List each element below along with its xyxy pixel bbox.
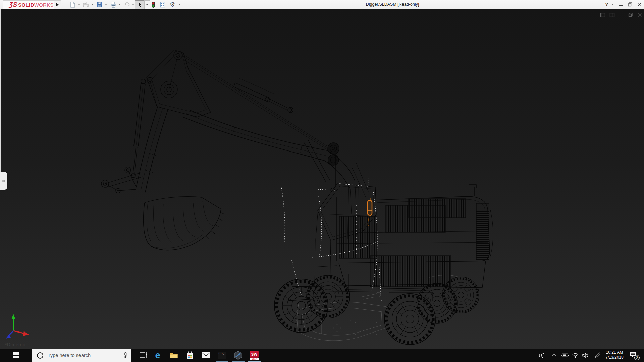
action-center-button[interactable]: 2 bbox=[628, 349, 641, 362]
help-dropdown[interactable] bbox=[611, 4, 614, 5]
pane-left-icon bbox=[600, 12, 605, 18]
edge-icon: e bbox=[155, 351, 160, 360]
new-document-dropdown[interactable] bbox=[78, 4, 80, 5]
search-input[interactable] bbox=[47, 352, 115, 358]
flyout-arrow-icon bbox=[56, 3, 59, 6]
brand-solid: SOLID bbox=[18, 2, 34, 8]
child-restore-icon bbox=[628, 13, 633, 17]
undo-arrow-icon bbox=[123, 1, 130, 8]
mail-icon bbox=[201, 352, 211, 359]
notification-badge: 2 bbox=[634, 355, 640, 360]
x-axis-arrow bbox=[23, 331, 29, 336]
cortana-icon bbox=[37, 352, 43, 359]
solidworks-window: ƷS SOLID WORKS bbox=[0, 0, 644, 362]
open-document-dropdown[interactable] bbox=[91, 4, 94, 5]
printer-icon bbox=[110, 1, 117, 8]
open-document-button[interactable] bbox=[82, 1, 90, 8]
file-properties-icon bbox=[159, 1, 166, 8]
3d-viewer-button[interactable] bbox=[231, 349, 246, 362]
solidworks-logo: ƷS SOLID WORKS bbox=[3, 0, 61, 9]
graphics-area[interactable]: *Dimetric bbox=[0, 9, 644, 349]
featuremanager-flyout-tab[interactable] bbox=[0, 172, 7, 190]
close-button[interactable] bbox=[635, 0, 644, 9]
tray-time: 10:21 AM bbox=[603, 350, 626, 355]
traffic-light-icon bbox=[150, 1, 157, 8]
select-tool-button[interactable] bbox=[135, 0, 145, 9]
select-cursor-icon bbox=[136, 1, 143, 8]
chevron-up-icon bbox=[551, 353, 556, 358]
window-title: Digger.SLDASM [Read-only] bbox=[349, 0, 436, 9]
solidworks-3s-glyph: ƷS bbox=[9, 1, 18, 8]
wifi-button[interactable] bbox=[570, 349, 580, 362]
task-view-button[interactable] bbox=[136, 349, 151, 362]
people-button[interactable] bbox=[536, 349, 546, 362]
windows-ink-button[interactable] bbox=[592, 349, 602, 362]
featuremanager-collapsed-strip bbox=[0, 9, 1, 190]
microphone-icon[interactable] bbox=[123, 352, 128, 360]
start-button[interactable] bbox=[0, 349, 32, 362]
minimize-icon bbox=[619, 3, 623, 7]
battery-charging-icon bbox=[561, 353, 569, 358]
save-dropdown[interactable] bbox=[105, 4, 107, 5]
volume-button[interactable] bbox=[581, 349, 591, 362]
gear-icon: ⚙ bbox=[169, 1, 175, 8]
view-orientation-label: *Dimetric bbox=[5, 342, 25, 347]
undo-button[interactable] bbox=[123, 1, 130, 8]
file-properties-button[interactable] bbox=[159, 1, 166, 8]
child-minimize-icon bbox=[619, 13, 624, 17]
new-document-icon bbox=[69, 1, 76, 8]
new-document-button[interactable] bbox=[69, 1, 76, 8]
minimize-button[interactable] bbox=[616, 0, 625, 9]
restore-icon bbox=[628, 2, 632, 7]
open-folder-icon bbox=[83, 1, 89, 8]
restore-button[interactable] bbox=[626, 0, 634, 9]
solidworks-app-icon: SW 2017 bbox=[250, 351, 259, 360]
taskbar-search[interactable] bbox=[32, 349, 131, 362]
tray-date: 7/13/2018 bbox=[603, 355, 626, 360]
options-button[interactable]: ⚙ bbox=[169, 1, 176, 8]
hidden-icons-button[interactable] bbox=[549, 349, 559, 362]
menu-flyout-button[interactable] bbox=[54, 1, 61, 9]
help-button[interactable]: ? bbox=[603, 0, 610, 9]
battery-button[interactable] bbox=[560, 349, 570, 362]
child-close-button[interactable] bbox=[637, 12, 643, 18]
pane-left-button[interactable] bbox=[600, 12, 606, 18]
store-icon bbox=[185, 351, 194, 360]
windows-logo-icon bbox=[13, 352, 19, 358]
mail-button[interactable] bbox=[199, 349, 213, 362]
undo-dropdown[interactable] bbox=[132, 4, 135, 5]
file-explorer-icon bbox=[169, 351, 178, 359]
save-button[interactable] bbox=[96, 1, 103, 8]
child-close-icon bbox=[637, 13, 642, 17]
brand-works: WORKS bbox=[34, 2, 54, 8]
select-tool-dropdown[interactable] bbox=[144, 0, 150, 9]
store-button[interactable] bbox=[182, 349, 197, 362]
pen-icon bbox=[594, 352, 601, 359]
wifi-icon bbox=[572, 353, 579, 358]
3d-viewer-hexagon-icon bbox=[233, 351, 243, 360]
task-view-icon bbox=[139, 351, 148, 360]
print-button[interactable] bbox=[110, 1, 117, 8]
print-dropdown[interactable] bbox=[118, 4, 121, 5]
command-prompt-button[interactable]: C:\_ bbox=[215, 349, 229, 362]
options-dropdown[interactable] bbox=[178, 4, 181, 5]
tray-clock[interactable]: 10:21 AM 7/13/2018 bbox=[603, 350, 626, 360]
child-restore-button[interactable] bbox=[628, 12, 634, 18]
file-explorer-button[interactable] bbox=[166, 349, 181, 362]
close-icon bbox=[637, 3, 641, 7]
save-floppy-icon bbox=[96, 1, 103, 8]
flyout-tab-dot-icon bbox=[2, 180, 5, 182]
command-prompt-icon: C:\_ bbox=[218, 352, 226, 359]
solidworks-taskbar-button[interactable]: SW 2017 bbox=[247, 349, 262, 362]
pane-right-icon bbox=[609, 12, 615, 18]
orientation-triad bbox=[6, 314, 29, 339]
y-axis-arrow bbox=[11, 314, 15, 319]
rebuild-button[interactable] bbox=[150, 1, 157, 8]
speaker-icon bbox=[582, 352, 589, 358]
caret-icon bbox=[146, 4, 149, 5]
model-wireframe-digger bbox=[0, 9, 644, 349]
wireframe-edges bbox=[101, 50, 493, 301]
pane-right-button[interactable] bbox=[609, 12, 615, 18]
child-minimize-button[interactable] bbox=[619, 12, 625, 18]
edge-button[interactable]: e bbox=[150, 349, 165, 362]
